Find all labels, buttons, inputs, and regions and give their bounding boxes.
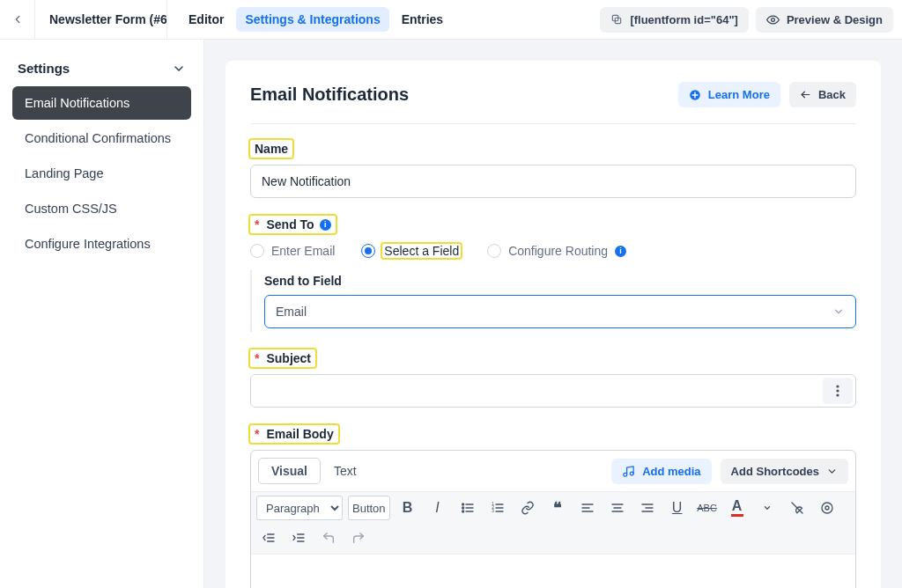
svg-point-7 bbox=[836, 393, 839, 396]
svg-point-5 bbox=[836, 385, 839, 387]
plus-circle-icon bbox=[689, 89, 701, 101]
back-button[interactable] bbox=[0, 0, 35, 39]
learn-more-button[interactable]: Learn More bbox=[678, 82, 780, 107]
add-media-button[interactable]: Add media bbox=[611, 459, 711, 484]
label-email-body-text: Email Body bbox=[266, 427, 333, 441]
add-shortcodes-button[interactable]: Add Shortcodes bbox=[721, 459, 848, 484]
panel-back-button[interactable]: Back bbox=[789, 82, 856, 107]
top-bar: Newsletter Form (#6… Editor Settings & I… bbox=[0, 0, 902, 40]
align-right-icon[interactable] bbox=[635, 496, 660, 520]
tab-settings-integrations[interactable]: Settings & Integrations bbox=[236, 7, 388, 32]
add-shortcodes-label: Add Shortcodes bbox=[731, 465, 819, 478]
send-to-options: Enter Email Select a Field Configure Rou… bbox=[250, 244, 856, 258]
top-bar-left: Newsletter Form (#6… Editor Settings & I… bbox=[0, 0, 464, 39]
underline-icon[interactable]: U bbox=[665, 496, 690, 520]
sidebar-group-settings[interactable]: Settings bbox=[12, 52, 191, 86]
field-subject: * Subject bbox=[250, 349, 856, 408]
sidebar-item-email-notifications[interactable]: Email Notifications bbox=[12, 86, 191, 120]
panel: Email Notifications Learn More Back Name bbox=[226, 61, 881, 588]
redo-icon[interactable] bbox=[346, 526, 371, 550]
editor-tab-visual[interactable]: Visual bbox=[258, 458, 321, 484]
preview-design-button[interactable]: Preview & Design bbox=[756, 7, 893, 33]
svg-point-14 bbox=[462, 511, 463, 512]
italic-icon[interactable]: I bbox=[425, 496, 450, 520]
tab-editor[interactable]: Editor bbox=[180, 7, 233, 32]
svg-point-10 bbox=[462, 503, 463, 505]
paragraph-select[interactable]: Paragraph bbox=[256, 496, 343, 520]
shortcode-copy-button[interactable]: [fluentform id="64"] bbox=[600, 7, 748, 33]
form-title[interactable]: Newsletter Form (#6… bbox=[35, 0, 167, 39]
undo-icon[interactable] bbox=[316, 526, 341, 550]
required-marker: * bbox=[255, 217, 259, 232]
sidebar-item-configure-integrations[interactable]: Configure Integrations bbox=[12, 227, 191, 261]
clear-formatting-icon[interactable] bbox=[785, 496, 810, 520]
sidebar-item-custom-css-js[interactable]: Custom CSS/JS bbox=[12, 192, 191, 225]
learn-more-label: Learn More bbox=[708, 88, 770, 101]
top-bar-right: [fluentform id="64"] Preview & Design bbox=[600, 7, 893, 33]
tab-entries[interactable]: Entries bbox=[393, 7, 452, 32]
send-to-field-value: Email bbox=[276, 305, 307, 319]
subject-input[interactable] bbox=[251, 375, 823, 407]
svg-point-12 bbox=[462, 507, 463, 509]
button-insert-button[interactable]: Button bbox=[348, 496, 390, 520]
sidebar-item-landing-page[interactable]: Landing Page bbox=[12, 157, 191, 190]
sidebar-item-conditional-confirmations[interactable]: Conditional Confirmations bbox=[12, 121, 191, 155]
name-input[interactable] bbox=[250, 165, 856, 198]
editor-toolbar: Paragraph Button B I 123 bbox=[251, 491, 855, 555]
chevron-left-icon bbox=[11, 13, 24, 26]
field-email-body: * Email Body Visual Text Add media bbox=[250, 425, 856, 588]
chevron-down-icon bbox=[832, 305, 845, 318]
eye-icon bbox=[766, 13, 780, 26]
editor-tab-text[interactable]: Text bbox=[321, 458, 370, 484]
send-to-field-block: Send to Field Email bbox=[250, 270, 856, 332]
field-name: Name bbox=[250, 140, 856, 198]
indent-icon[interactable] bbox=[286, 526, 311, 550]
radio-enter-email-label: Enter Email bbox=[271, 244, 335, 258]
send-to-field-select[interactable]: Email bbox=[264, 295, 856, 328]
editor-topbar: Visual Text Add media Add Shortcodes bbox=[251, 451, 855, 491]
chevron-down-icon bbox=[172, 62, 186, 76]
outdent-icon[interactable] bbox=[256, 526, 281, 550]
svg-text:3: 3 bbox=[492, 509, 494, 513]
bold-icon[interactable]: B bbox=[396, 496, 420, 520]
radio-enter-email[interactable]: Enter Email bbox=[250, 244, 335, 258]
radio-select-field[interactable]: Select a Field bbox=[361, 244, 461, 258]
email-body-editor: Visual Text Add media Add Shortcodes bbox=[250, 450, 856, 588]
header-tabs: Editor Settings & Integrations Entries bbox=[167, 7, 464, 32]
radio-configure-routing[interactable]: Configure Routing i bbox=[487, 244, 626, 258]
text-color-swatch bbox=[731, 514, 743, 517]
align-left-icon[interactable] bbox=[575, 496, 600, 520]
sidebar-group-label: Settings bbox=[18, 61, 70, 76]
link-icon[interactable] bbox=[515, 496, 540, 520]
radio-select-field-label: Select a Field bbox=[382, 244, 461, 258]
editor-mode-tabs: Visual Text bbox=[258, 458, 370, 484]
label-subject: * Subject bbox=[250, 349, 315, 367]
label-send-to: * Send To i bbox=[250, 216, 336, 233]
label-send-to-text: Send To bbox=[266, 217, 314, 232]
info-icon[interactable]: i bbox=[320, 219, 331, 231]
text-color-letter: A bbox=[732, 499, 743, 513]
special-character-icon[interactable] bbox=[815, 496, 839, 520]
panel-back-label: Back bbox=[818, 88, 846, 101]
bulleted-list-icon[interactable] bbox=[455, 496, 480, 520]
email-body-canvas[interactable] bbox=[251, 555, 855, 588]
settings-sidebar: Settings Email Notifications Conditional… bbox=[0, 40, 204, 588]
main-scroll[interactable]: Email Notifications Learn More Back Name bbox=[204, 40, 902, 588]
kebab-icon bbox=[836, 385, 839, 397]
editor-actions: Add media Add Shortcodes bbox=[611, 459, 848, 484]
page-title: Email Notifications bbox=[250, 85, 409, 105]
align-center-icon[interactable] bbox=[605, 496, 630, 520]
copy-icon bbox=[610, 13, 623, 26]
text-color-icon[interactable]: A bbox=[725, 496, 750, 520]
required-marker: * bbox=[255, 351, 259, 365]
text-color-dropdown-icon[interactable] bbox=[755, 496, 780, 520]
radio-icon bbox=[250, 244, 264, 258]
strikethrough-icon[interactable]: ABC bbox=[695, 496, 720, 520]
radio-icon bbox=[487, 244, 501, 258]
svg-point-33 bbox=[825, 506, 829, 510]
subject-shortcode-button[interactable] bbox=[823, 378, 853, 404]
numbered-list-icon[interactable]: 123 bbox=[485, 496, 510, 520]
blockquote-icon[interactable]: ❝ bbox=[545, 496, 570, 520]
info-icon[interactable]: i bbox=[615, 246, 626, 257]
required-marker: * bbox=[255, 427, 259, 441]
